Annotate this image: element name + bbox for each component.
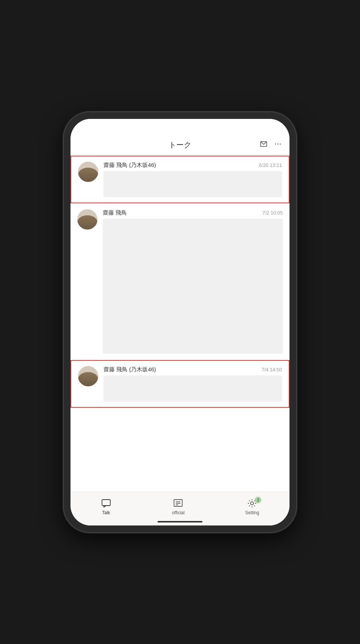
avatar-3: [78, 366, 98, 386]
home-indicator: [158, 521, 202, 522]
chat-content-2: 齋藤 飛鳥 7/2 10:05: [103, 209, 283, 354]
chat-header-row-3: 齋藤 飛鳥 (乃木坂46) 7/4 14:50: [104, 366, 282, 373]
page-title: トーク: [169, 140, 191, 150]
chat-preview-1: [104, 171, 282, 197]
svg-point-9: [250, 502, 254, 505]
chat-time-1: 6/20 13:11: [259, 162, 282, 168]
status-bar: [70, 119, 290, 135]
chat-content-3: 齋藤 飛鳥 (乃木坂46) 7/4 14:50: [104, 366, 282, 402]
chat-item-1[interactable]: 齋藤 飛鳥 (乃木坂46) 6/20 13:11: [70, 156, 290, 203]
svg-point-2: [278, 143, 279, 144]
chat-name-2: 齋藤 飛鳥: [103, 209, 127, 216]
chat-preview-3: [104, 375, 282, 402]
talk-icon: [101, 498, 111, 509]
chat-header-row-2: 齋藤 飛鳥 7/2 10:05: [103, 209, 283, 216]
nav-item-talk[interactable]: Talk: [93, 496, 119, 518]
avatar-2: [77, 209, 98, 230]
more-options-icon[interactable]: [274, 140, 282, 150]
chat-time-3: 7/4 14:50: [262, 367, 282, 372]
nav-label-setting: Setting: [245, 510, 259, 515]
setting-badge: 2: [255, 497, 261, 503]
chat-preview-2: [103, 219, 283, 354]
nav-item-setting[interactable]: 2 Setting: [238, 496, 267, 518]
svg-rect-4: [102, 500, 110, 506]
svg-rect-5: [174, 500, 182, 506]
chat-name-3: 齋藤 飛鳥 (乃木坂46): [104, 366, 156, 373]
chat-list: 齋藤 飛鳥 (乃木坂46) 6/20 13:11 齋藤 飛鳥 7/2 10:05: [70, 155, 290, 492]
chat-header-row-1: 齋藤 飛鳥 (乃木坂46) 6/20 13:11: [104, 162, 282, 169]
chat-item-3[interactable]: 齋藤 飛鳥 (乃木坂46) 7/4 14:50: [70, 360, 290, 408]
phone-screen: トーク: [70, 119, 290, 525]
mail-icon[interactable]: [260, 140, 268, 150]
nav-label-talk: Talk: [102, 510, 110, 515]
header: トーク: [70, 135, 290, 155]
avatar-1: [78, 162, 98, 182]
chat-time-2: 7/2 10:05: [262, 210, 283, 216]
chat-name-1: 齋藤 飛鳥 (乃木坂46): [104, 162, 156, 169]
svg-point-3: [280, 143, 281, 144]
header-icons: [260, 140, 282, 150]
phone-frame: トーク: [64, 112, 296, 532]
nav-label-official: official: [172, 510, 184, 515]
chat-item-2[interactable]: 齋藤 飛鳥 7/2 10:05: [70, 204, 290, 359]
nav-item-official[interactable]: official: [164, 496, 192, 518]
bottom-nav: Talk official: [70, 492, 290, 525]
svg-point-1: [275, 143, 276, 144]
official-icon: [173, 498, 183, 509]
chat-content-1: 齋藤 飛鳥 (乃木坂46) 6/20 13:11: [104, 162, 282, 197]
